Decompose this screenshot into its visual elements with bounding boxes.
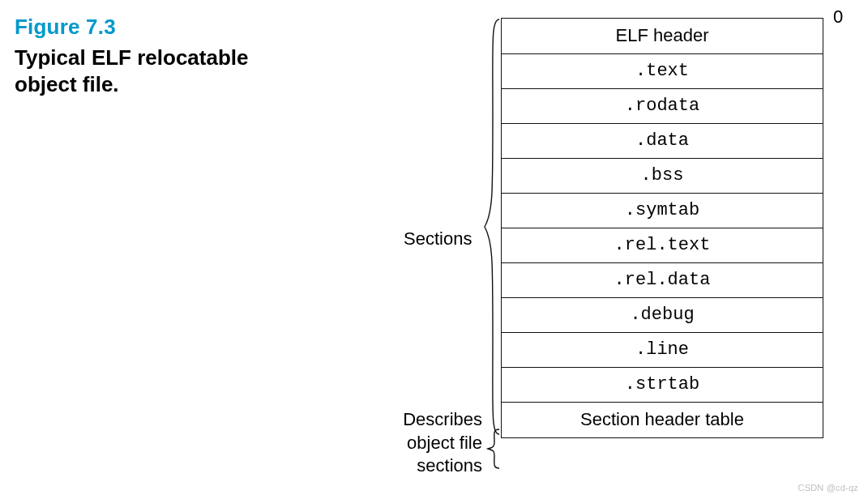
row-data-section: .data: [501, 124, 823, 159]
brace-describes-icon: [485, 428, 501, 470]
watermark-text: CSDN @cd-qz: [798, 483, 859, 493]
row-text-section: .text: [501, 54, 823, 89]
row-section-header-table: Section header table: [501, 403, 823, 438]
row-line-section: .line: [501, 333, 823, 368]
row-elf-header: ELF header: [501, 18, 823, 54]
figure-caption: Figure 7.3 Typical ELF relocatable objec…: [15, 15, 306, 97]
row-debug-section: .debug: [501, 298, 823, 333]
row-rel-text-section: .rel.text: [501, 228, 823, 263]
describes-label: Describes object file sections: [393, 408, 482, 478]
row-rodata-section: .rodata: [501, 89, 823, 124]
row-strtab-section: .strtab: [501, 368, 823, 403]
sections-label: Sections: [404, 228, 472, 250]
offset-zero-label: 0: [833, 6, 843, 28]
figure-page: Figure 7.3 Typical ELF relocatable objec…: [0, 0, 868, 499]
row-bss-section: .bss: [501, 159, 823, 194]
row-rel-data-section: .rel.data: [501, 263, 823, 298]
figure-label: Figure 7.3: [15, 15, 306, 40]
figure-title: Typical ELF relocatable object file.: [15, 45, 306, 97]
row-symtab-section: .symtab: [501, 194, 823, 228]
elf-layout-table: ELF header .text .rodata .data .bss .sym…: [501, 18, 825, 438]
brace-sections-icon: [483, 18, 501, 436]
